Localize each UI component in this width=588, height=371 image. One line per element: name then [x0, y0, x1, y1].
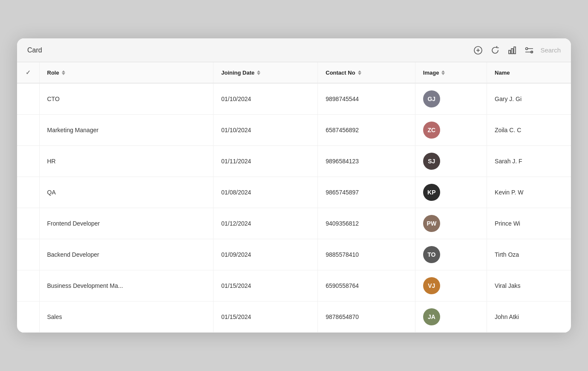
avatar: JA — [423, 308, 440, 325]
search-label[interactable]: Search — [540, 46, 561, 54]
row-contact-no: 9885578410 — [318, 239, 415, 270]
row-role: CTO — [39, 83, 213, 115]
row-contact-no: 9865745897 — [318, 177, 415, 208]
avatar: SJ — [423, 153, 440, 170]
avatar: TO — [423, 246, 440, 263]
row-joining-date: 01/11/2024 — [213, 146, 318, 177]
sort-icon-joining-date — [257, 70, 260, 75]
row-joining-date: 01/12/2024 — [213, 208, 318, 239]
row-image: JA — [415, 301, 487, 333]
th-joining-date[interactable]: Joining Date — [213, 62, 318, 83]
row-name: Prince Wi — [487, 208, 571, 239]
avatar: PW — [423, 215, 440, 232]
row-joining-date: 01/08/2024 — [213, 177, 318, 208]
row-image: PW — [415, 208, 487, 239]
row-name: John Atki — [487, 301, 571, 333]
add-icon[interactable] — [472, 44, 484, 56]
refresh-icon[interactable] — [489, 44, 501, 56]
row-name: Gary J. Gi — [487, 83, 571, 115]
row-image: SJ — [415, 146, 487, 177]
chart-icon[interactable] — [506, 44, 518, 56]
row-check[interactable] — [17, 270, 39, 301]
row-joining-date: 01/15/2024 — [213, 301, 318, 333]
row-role: Frontend Developer — [39, 208, 213, 239]
row-name: Viral Jaks — [487, 270, 571, 301]
row-contact-no: 9409356812 — [318, 208, 415, 239]
table-row[interactable]: Backend Developer01/09/20249885578410TOT… — [17, 239, 571, 270]
row-name: Sarah J. F — [487, 146, 571, 177]
toolbar-actions: Search — [472, 44, 561, 56]
table-row[interactable]: Marketing Manager01/10/20246587456892ZCZ… — [17, 115, 571, 146]
row-contact-no: 9878654870 — [318, 301, 415, 333]
avatar: VJ — [423, 277, 440, 294]
row-joining-date: 01/15/2024 — [213, 270, 318, 301]
filter-icon[interactable] — [523, 44, 535, 56]
row-check[interactable] — [17, 83, 39, 115]
sort-icon-image — [441, 70, 445, 75]
table-header-row: ✓ Role Joining Date — [17, 62, 571, 83]
row-role: QA — [39, 177, 213, 208]
row-name: Kevin P. W — [487, 177, 571, 208]
row-joining-date: 01/10/2024 — [213, 115, 318, 146]
row-check[interactable] — [17, 301, 39, 333]
row-contact-no: 9896584123 — [318, 146, 415, 177]
row-role: Business Development Ma... — [39, 270, 213, 301]
data-table: ✓ Role Joining Date — [17, 62, 571, 333]
row-contact-no: 6587456892 — [318, 115, 415, 146]
row-contact-no: 6590558764 — [318, 270, 415, 301]
avatar: GJ — [423, 90, 440, 107]
row-name: Tirth Oza — [487, 239, 571, 270]
svg-point-6 — [526, 47, 528, 49]
svg-rect-5 — [514, 47, 516, 54]
th-check: ✓ — [17, 62, 39, 83]
row-image: TO — [415, 239, 487, 270]
avatar: ZC — [423, 122, 440, 139]
row-image: VJ — [415, 270, 487, 301]
row-joining-date: 01/09/2024 — [213, 239, 318, 270]
sort-icon-contact-no — [358, 70, 361, 75]
th-image[interactable]: Image — [415, 62, 487, 83]
sort-icon-role — [62, 70, 65, 75]
th-name[interactable]: Name — [487, 62, 571, 83]
row-role: HR — [39, 146, 213, 177]
toolbar: Card — [17, 38, 571, 62]
table-row[interactable]: CTO01/10/20249898745544GJGary J. Gi — [17, 83, 571, 115]
page-title: Card — [27, 46, 42, 54]
row-name: Zoila C. C — [487, 115, 571, 146]
main-window: Card — [17, 38, 571, 333]
row-check[interactable] — [17, 146, 39, 177]
row-image: ZC — [415, 115, 487, 146]
row-image: GJ — [415, 83, 487, 115]
row-check[interactable] — [17, 177, 39, 208]
row-contact-no: 9898745544 — [318, 83, 415, 115]
row-role: Backend Developer — [39, 239, 213, 270]
th-contact-no[interactable]: Contact No — [318, 62, 415, 83]
table-row[interactable]: Frontend Developer01/12/20249409356812PW… — [17, 208, 571, 239]
row-image: KP — [415, 177, 487, 208]
table-row[interactable]: Sales01/15/20249878654870JAJohn Atki — [17, 301, 571, 333]
row-joining-date: 01/10/2024 — [213, 83, 318, 115]
table-row[interactable]: QA01/08/20249865745897KPKevin P. W — [17, 177, 571, 208]
avatar: KP — [423, 184, 440, 201]
th-role[interactable]: Role — [39, 62, 213, 83]
row-role: Sales — [39, 301, 213, 333]
table-row[interactable]: Business Development Ma...01/15/20246590… — [17, 270, 571, 301]
table-row[interactable]: HR01/11/20249896584123SJSarah J. F — [17, 146, 571, 177]
svg-rect-4 — [511, 49, 513, 54]
row-check[interactable] — [17, 115, 39, 146]
row-role: Marketing Manager — [39, 115, 213, 146]
row-check[interactable] — [17, 239, 39, 270]
row-check[interactable] — [17, 208, 39, 239]
svg-rect-3 — [509, 50, 510, 54]
table-container: ✓ Role Joining Date — [17, 62, 571, 333]
